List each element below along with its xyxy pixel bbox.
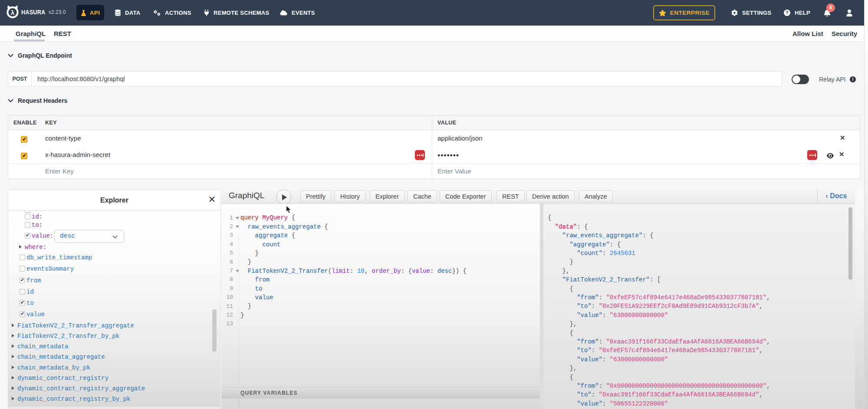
- svg-text:λ: λ: [11, 9, 14, 16]
